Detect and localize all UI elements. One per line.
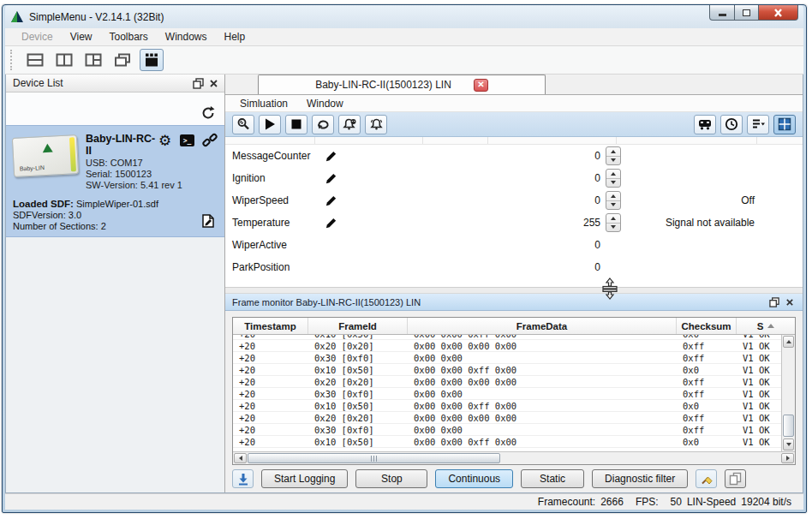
signal-row-messagecounter[interactable]: MessageCounter 0 [225,145,803,167]
frame-row[interactable]: +200x30 [0xf0]0x00 0x000xffV1 OK [233,388,781,400]
frame-row[interactable]: +200x10 [0x50]0x00 0x00 0xff 0x000x0V1 O… [233,364,781,376]
split-grid-button[interactable] [81,49,105,71]
frame-row[interactable]: +200x20 [0x20]0x00 0x00 0x00 0x000xffV1 … [233,340,781,352]
spinner-up-icon[interactable] [606,214,620,223]
edit-sdf-button[interactable] [200,213,216,231]
bell-ring-button[interactable] [365,115,387,134]
diagnostic-filter-button[interactable]: Diagnostic filter [592,469,688,488]
signal-row-temperature[interactable]: Temperature 255 Signal not available [225,212,803,234]
signal-spinner[interactable] [606,169,621,188]
cascade-windows-button[interactable] [110,49,134,71]
scroll-left-button[interactable] [234,453,247,463]
window-controls [709,5,798,21]
panel-splitter[interactable] [225,288,803,294]
vertical-scroll-thumb[interactable] [783,415,794,437]
copy-button[interactable] [725,469,746,488]
frame-table-body: +200x10 [0x50]0x00 0x00 0xff 0x000x0V1 O… [233,335,781,451]
menu-toolbars[interactable]: Toolbars [101,29,155,45]
continuous-button[interactable]: Continuous [435,469,513,488]
start-logging-button[interactable]: Start Logging [261,469,348,488]
spinner-up-icon[interactable] [606,147,620,156]
signal-spinner[interactable] [606,146,621,165]
edit-signal-button[interactable] [325,217,355,230]
refresh-devices-button[interactable] [200,105,216,123]
scroll-down-button[interactable] [783,438,794,450]
signal-row-wiperspeed[interactable]: WiperSpeed 0 Off [225,189,803,212]
spinner-down-icon[interactable] [606,156,620,165]
device-list-title: Device List [13,77,190,89]
cascade-windows-icon [114,52,131,68]
column-state[interactable]: S [737,318,795,334]
tab-baby-lin[interactable]: Baby-LIN-RC-II(1500123) LIN ✕ [258,75,546,94]
monitor-search-button[interactable] [232,115,254,134]
frame-row[interactable]: +200x10 [0x50]0x00 0x00 0xff 0x000x0V1 O… [233,436,781,448]
spinner-down-icon[interactable] [606,200,620,210]
signal-row-wiperactive[interactable]: WiperActive 0 [225,234,803,256]
spinner-up-icon[interactable] [606,170,620,178]
column-timestamp[interactable]: Timestamp [233,318,308,334]
frame-row[interactable]: +200x20 [0x20]0x00 0x00 0x00 0x000xffV1 … [233,376,781,388]
scroll-right-button[interactable] [781,453,794,463]
close-frame-monitor-button[interactable] [782,295,797,309]
autoscroll-button[interactable] [232,469,254,488]
pencil-icon [325,194,337,207]
edit-signal-button[interactable] [325,194,355,207]
column-frameid[interactable]: FrameId [308,318,408,334]
vertical-scrollbar[interactable] [781,335,795,451]
tab-close-button[interactable]: ✕ [474,79,488,92]
split-horizontal-button[interactable] [23,49,47,71]
signal-name: Temperature [232,217,325,229]
menu-window[interactable]: Window [299,97,351,110]
tabbed-view-button[interactable] [140,49,164,71]
minimize-button[interactable] [709,5,735,21]
spinner-down-icon[interactable] [606,223,620,232]
menu-device[interactable]: Device [14,29,61,45]
device-action-icons: ⚙ >_ [157,133,218,148]
signal-row-ignition[interactable]: Ignition 0 [225,167,803,189]
frame-row[interactable]: +200x30 [0xf0]0x00 0x000xffV1 OK [233,424,781,436]
stop-button-logging[interactable]: Stop [355,469,427,488]
device-card[interactable]: Baby-LIN Baby-LIN-RC-II ⚙ >_ [6,125,224,237]
timing-button[interactable] [720,115,743,134]
clear-button[interactable] [696,469,717,488]
menu-windows[interactable]: Windows [158,29,215,45]
signal-row-parkposition[interactable]: ParkPosition 0 [225,256,803,278]
menu-help[interactable]: Help [217,29,254,45]
static-button[interactable]: Static [521,469,584,488]
frame-row[interactable]: +200x20 [0x20]0x00 0x00 0x00 0x000xffV1 … [233,412,781,424]
spinner-up-icon[interactable] [606,192,620,200]
toolbar-drag-handle[interactable] [10,50,15,70]
split-vertical-button[interactable] [52,49,76,71]
device-settings-button[interactable]: ⚙ [157,133,173,148]
menu-view[interactable]: View [63,29,100,45]
menu-simulation[interactable]: Simluation [232,97,296,110]
frame-row[interactable]: +200x10 [0x50]0x00 0x00 0xff 0x000x0V1 O… [233,400,781,412]
device-disconnect-button[interactable] [201,133,218,148]
horizontal-scrollbar[interactable] [233,451,795,464]
signal-spinner[interactable] [606,213,621,232]
resize-cursor-icon [600,277,619,300]
edit-signal-button[interactable] [325,172,355,185]
column-checksum[interactable]: Checksum [677,318,737,334]
column-framedata[interactable]: FrameData [408,318,677,334]
maximize-button[interactable] [735,5,759,21]
frame-row[interactable]: +200x30 [0xf0]0x00 0x000xffV1 OK [233,352,781,364]
play-button[interactable] [259,115,281,134]
horizontal-scroll-thumb[interactable] [248,453,500,463]
edit-signal-button[interactable] [325,150,355,163]
stop-button[interactable] [285,115,307,134]
close-panel-button[interactable] [206,76,221,90]
loop-button[interactable] [312,115,334,134]
close-button[interactable] [759,5,798,21]
grid-view-button[interactable] [773,115,796,134]
framecount-value: 2666 [600,496,624,508]
bus-monitor-button[interactable] [694,115,716,134]
float-panel-button[interactable] [190,76,206,90]
device-console-button[interactable]: >_ [179,133,195,148]
bell-message-button[interactable] [338,115,361,134]
list-filter-button[interactable] [747,115,769,134]
spinner-down-icon[interactable] [606,178,620,188]
signal-spinner[interactable] [606,191,621,210]
scroll-up-button[interactable] [783,336,794,348]
float-frame-monitor-button[interactable] [767,295,782,309]
